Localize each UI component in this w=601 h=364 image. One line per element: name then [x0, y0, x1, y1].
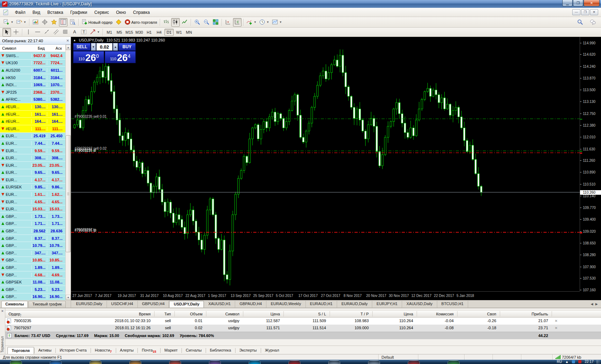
menu-tools[interactable]: Сервис — [91, 9, 113, 16]
chart-tab-eurjpy-h1[interactable]: EURJPY,H1 — [372, 301, 402, 308]
market-watch-row[interactable]: GBP...8.37...8.37... — [0, 235, 65, 242]
market-watch-row[interactable]: EUR...4.65...4.65... — [0, 198, 65, 206]
market-watch-row[interactable]: GBP...347....347.... — [0, 249, 65, 257]
outlook-taskbar-icon[interactable] — [129, 360, 141, 364]
vertical-line-button[interactable] — [24, 28, 33, 37]
menu-help[interactable]: Справка — [130, 9, 153, 16]
terminal-tab-news[interactable]: Новости7 — [91, 347, 116, 354]
mt4-terminal-taskbar-icon[interactable] — [288, 360, 300, 364]
timeframe-w1[interactable]: W1 — [174, 29, 184, 36]
market-watch-row[interactable]: EUR...7.44...7.44... — [0, 140, 65, 147]
close-order-icon[interactable]: ✕ — [555, 326, 558, 330]
new-chart-button[interactable]: ▼ — [2, 18, 15, 27]
start-orb-taskbar-icon[interactable] — [10, 360, 22, 364]
terminal-tab-library[interactable]: Библиотека — [206, 347, 235, 354]
market-watch-row[interactable]: GBP...1.71...1.71... — [0, 220, 65, 228]
app-window-2-taskbar-icon[interactable] — [368, 360, 380, 364]
profiles-button[interactable]: ▼ — [15, 18, 27, 27]
app-window-1-taskbar-icon[interactable] — [328, 360, 340, 364]
new-order-button[interactable]: Новый ордер — [81, 18, 114, 27]
column-bid[interactable]: Бид — [31, 46, 47, 50]
terminal-close-icon[interactable]: ✕ — [1, 309, 4, 313]
market-watch-row[interactable]: GBP...10.79...10.79... — [0, 242, 65, 249]
text-button[interactable]: A — [70, 28, 79, 37]
market-watch-row[interactable]: SWIS...9437.09442.4 — [0, 52, 65, 60]
market-watch-row[interactable]: EUR...308....308.... — [0, 154, 65, 162]
market-watch-row[interactable]: GBP...4.68...4.69... — [0, 271, 65, 279]
orders-column-4[interactable]: Символ — [225, 312, 239, 316]
chart-tab-btcusd-h1[interactable]: BTCUSD,H1 — [437, 301, 468, 308]
templates-button[interactable]: ▼ — [271, 18, 283, 27]
skype-taskbar-icon[interactable] — [249, 360, 261, 364]
order-line[interactable]: #79079297 sell 0.02 — [71, 147, 580, 151]
tabs-right-arrow-icon[interactable]: ▶ — [595, 302, 598, 306]
market-watch-row[interactable]: #EUR...111....111.... — [0, 125, 65, 133]
community-chat-button[interactable] — [589, 18, 597, 27]
terminal-tab-market[interactable]: Маркет — [161, 347, 182, 354]
market-watch-row[interactable]: GBPSEK11.08...11.08... — [0, 278, 65, 286]
market-watch-row[interactable]: #EUR...161....161.... — [0, 111, 65, 118]
market-watch-row[interactable]: #EUR...130....130.... — [0, 103, 65, 111]
chart-tab-xauusd-h1[interactable]: XAUUSD,H1 — [204, 301, 235, 308]
chart-profile-button[interactable] — [31, 18, 40, 27]
tray-app-icon[interactable] — [578, 360, 581, 363]
close-order-icon[interactable]: ✕ — [555, 319, 558, 323]
menu-view[interactable]: Вид — [29, 9, 44, 16]
language-indicator[interactable]: RU — [557, 360, 562, 364]
zoom-in-button[interactable] — [193, 18, 201, 27]
status-profile[interactable]: Default — [379, 354, 418, 360]
terminal-tab-trade[interactable]: Торговля — [7, 347, 34, 354]
scroll-up-icon[interactable]: ▲ — [66, 45, 71, 50]
orders-column-10[interactable]: Своп — [487, 312, 496, 316]
orders-column-8[interactable]: Цена — [404, 312, 413, 316]
market-watch-row[interactable]: AFRIC...5380...5382... — [0, 96, 65, 104]
orders-column-6[interactable]: S / L — [318, 312, 326, 316]
tray-clock[interactable]: 22:17 — [585, 360, 594, 364]
scrollbar-thumb[interactable] — [66, 135, 71, 252]
search-button[interactable] — [576, 18, 584, 27]
timeframe-m5[interactable]: M5 — [115, 29, 124, 36]
buy-price-display[interactable]: 110264 — [105, 51, 136, 63]
market-watch-row[interactable]: GBP...1.89...1.89... — [0, 264, 65, 271]
terminal-tab-signals[interactable]: Сигналы — [182, 347, 206, 354]
chart-area[interactable]: #79003235 sell 0.01#79079297 sell 0.02#7… — [71, 37, 601, 300]
tray-chevron-icon[interactable]: ▲ — [565, 360, 569, 364]
orders-column-5[interactable]: Цена — [271, 312, 280, 316]
explorer-folder-taskbar-icon[interactable] — [90, 360, 102, 364]
market-watch-row[interactable]: GBP...28.56228.636 — [0, 227, 65, 235]
show-desktop-button[interactable] — [597, 360, 600, 364]
zoom-out-button[interactable] — [202, 18, 211, 27]
market-watch-row[interactable]: UK1007722...7724... — [0, 60, 65, 67]
data-window-button[interactable] — [68, 18, 77, 27]
chart-tab-euraud-daily[interactable]: EURAUD,Daily — [337, 301, 372, 308]
viber-taskbar-icon[interactable] — [209, 360, 221, 364]
timeframe-h4[interactable]: H4 — [155, 29, 164, 36]
terminal-tab-mailbox[interactable]: Почта15 — [138, 347, 160, 354]
bar-chart-button[interactable] — [162, 18, 170, 27]
volume-increase-button[interactable]: ▲ — [113, 43, 118, 51]
chrome-taskbar-icon[interactable] — [169, 360, 181, 364]
menu-insert[interactable]: Вставка — [44, 9, 67, 16]
buy-button[interactable]: BUY — [118, 43, 136, 51]
crosshair-mode-button[interactable] — [12, 28, 20, 37]
time-axis[interactable]: 27 Jun 20177 Jul 201719 Jul 201731 Jul 2… — [71, 291, 580, 300]
terminal-tab-experts[interactable]: Эксперты — [235, 347, 261, 354]
chart-tab-usdchf-h4[interactable]: USDCHF,H4 — [107, 301, 138, 308]
terminal-tab-journal[interactable]: Журнал — [261, 347, 283, 354]
timeframe-d1[interactable]: D1 — [164, 29, 174, 36]
auto-trading-button[interactable]: Авто-торговля — [124, 18, 158, 27]
cursor-button[interactable] — [2, 28, 11, 37]
market-watch-row[interactable]: EUR...9.59...9.59... — [0, 147, 65, 155]
market-watch-row[interactable]: EURSEK9.85...9.86... — [0, 184, 65, 191]
mql-wizard-button[interactable] — [114, 18, 123, 27]
market-watch-row[interactable]: EUR...9.65...9.65... — [0, 169, 65, 177]
chart-shift-button[interactable] — [233, 18, 242, 27]
column-symbol[interactable]: Символ — [0, 46, 31, 50]
horizontal-line-button[interactable] — [33, 28, 42, 37]
chart-tab-euraud-h1[interactable]: EURAUD,H1 — [306, 301, 337, 308]
text-label-button[interactable]: T — [80, 28, 88, 37]
market-watch-row[interactable]: EUR...25.41925.450 — [0, 133, 65, 140]
tray-network-icon[interactable] — [572, 360, 575, 363]
market-watch-row[interactable]: AUS2006007...6011... — [0, 67, 65, 74]
terminal-tab-account-history[interactable]: История Счета — [56, 347, 91, 354]
